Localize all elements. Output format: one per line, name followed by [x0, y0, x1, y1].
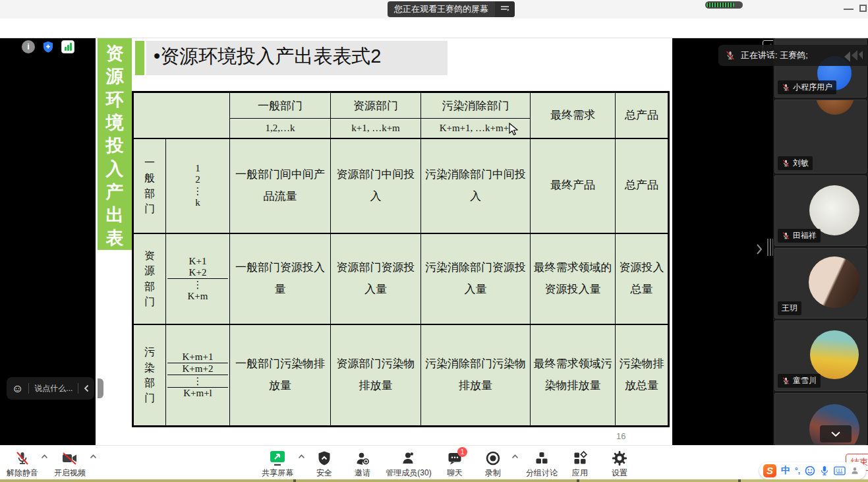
table-cell: 污染消除部门中间投入: [421, 138, 531, 233]
table-header: 一般部门: [230, 92, 331, 119]
share-screen-icon: [269, 450, 286, 466]
participant-name-chip: 刘敏: [778, 156, 813, 170]
record-button[interactable]: 录制: [478, 449, 507, 479]
table-cell: 一般部门间中间产品流量: [230, 138, 331, 233]
participant-tile[interactable]: 童雪川: [774, 320, 867, 391]
emoji-icon[interactable]: ☺: [12, 383, 23, 394]
table-subheader: k+1, …k+m: [331, 119, 421, 138]
maximize-button[interactable]: [859, 5, 867, 12]
row-index: K+m+l: [167, 388, 228, 399]
table-cell: 最终需求领域污染物排放量: [531, 324, 616, 427]
avatar: [809, 185, 859, 235]
mic-options-chevron[interactable]: [41, 454, 48, 459]
avatar: [816, 100, 854, 115]
ime-mode-indicator[interactable]: 中: [781, 465, 790, 477]
settings-button[interactable]: 设置: [605, 449, 634, 479]
avatar: [810, 330, 859, 379]
share-screen-button[interactable]: 共享屏幕: [259, 449, 296, 479]
table-cell: 一般部门资源投入量: [230, 233, 331, 324]
start-video-label: 开启视频: [53, 467, 87, 479]
settings-gear-icon: [612, 450, 627, 466]
participants-sidebar: 小程序用户 刘敏 田福祥 王玥 童: [773, 38, 868, 445]
tray-person-icon[interactable]: [850, 466, 859, 475]
table-cell: 最终需求领域的资源投入量: [531, 233, 616, 324]
meeting-info-icon[interactable]: i: [22, 40, 35, 53]
slide-vertical-banner: 资源环境投入产出表: [98, 38, 132, 250]
chevron-down-icon: [830, 431, 841, 437]
invite-button[interactable]: 邀请: [348, 449, 377, 479]
row-index: K+m: [167, 291, 228, 302]
avatar: [809, 256, 860, 308]
meeting-infobar: i 42:38 演讲者视图: [0, 18, 868, 38]
table-row: 资源部门 K+1 K+2 ⋮ K+m 一般部门资源投入量 资源部门资源投入量 污…: [133, 233, 669, 324]
table-cell: 资源投入总量: [616, 233, 669, 324]
table-corner-cell: [133, 92, 230, 138]
row-index: 2: [167, 174, 228, 185]
row-group-label: 一般部门: [144, 155, 156, 216]
meeting-window: 您正在观看王赛鸽的屏幕 i 42:38: [0, 0, 868, 482]
chat-input-placeholder[interactable]: 说点什么...: [34, 383, 72, 394]
unmute-button[interactable]: 解除静音: [5, 449, 40, 479]
slide-page-number: 16: [616, 431, 625, 441]
row-index: K+1: [167, 256, 228, 267]
banner-menu-button[interactable]: [495, 1, 515, 17]
video-options-chevron[interactable]: [90, 454, 97, 459]
chat-button[interactable]: 聊天 1: [440, 449, 469, 479]
security-button[interactable]: 安全: [310, 449, 339, 479]
participant-name: 小程序用户: [793, 82, 832, 93]
chat-bar-handle[interactable]: [98, 378, 103, 398]
statistics-icon[interactable]: [61, 40, 74, 53]
row-index: ⋮: [167, 279, 228, 291]
sidebar-expand-chevron[interactable]: [755, 243, 763, 256]
participant-tile[interactable]: 田福祥: [774, 175, 867, 246]
row-index: K+2: [167, 267, 228, 279]
participant-tile[interactable]: 刘敏: [774, 100, 867, 173]
scroll-participants-button[interactable]: [820, 425, 852, 442]
breakout-rooms-button[interactable]: 分组讨论: [523, 449, 560, 479]
meeting-toolbar: 解除静音 开启视频 共享屏幕: [0, 445, 868, 479]
breakout-rooms-icon: [534, 450, 550, 466]
watching-banner-text: 您正在观看王赛鸽的屏幕: [388, 3, 495, 15]
minimize-button[interactable]: [844, 9, 854, 10]
ime-emoji-icon[interactable]: [805, 466, 815, 476]
camera-muted-icon: [61, 450, 78, 466]
network-signal-indicator: [705, 1, 743, 9]
shared-slide: 资源环境投入产出表 •资源环境投入产出表表式2 16 一般部门 资源部门 污染消…: [96, 38, 672, 445]
invite-label: 邀请: [348, 467, 377, 479]
table-cell: 资源部门污染物排放量: [331, 324, 421, 427]
table-header: 总产品: [616, 92, 669, 138]
mic-muted-icon: [725, 50, 736, 61]
table-cell: 总产品: [616, 138, 669, 233]
sogou-logo-icon[interactable]: S: [763, 464, 776, 477]
invite-person-icon: [355, 450, 370, 466]
apps-button[interactable]: 应用: [565, 449, 594, 479]
ime-tray[interactable]: S 中 °,: [759, 462, 866, 479]
collapse-chat-icon[interactable]: [84, 384, 89, 392]
chat-label: 聊天: [440, 467, 469, 479]
quick-chat-bar[interactable]: ☺ 说点什么...: [7, 377, 94, 400]
participant-name: 刘敏: [793, 158, 809, 169]
start-video-button[interactable]: 开启视频: [53, 449, 87, 479]
ime-punctuation-indicator[interactable]: °,: [795, 466, 800, 475]
signal-bars-icon: [707, 3, 734, 7]
table-subheader: 1,2,…k: [230, 119, 331, 138]
slide-vertical-title: 资源环境投入产出表: [98, 38, 132, 250]
participant-tile[interactable]: [774, 393, 867, 445]
participant-name-chip: 田福祥: [778, 229, 821, 243]
window-titlebar: 您正在观看王赛鸽的屏幕: [0, 0, 868, 18]
table-row: 污染部门 K+m+1 K+m+2 ⋮ K+m+l 一般部门污染物排放量 资源部门…: [133, 324, 669, 427]
breakout-rooms-label: 分组讨论: [523, 467, 560, 479]
chat-unread-badge: 1: [457, 447, 467, 457]
unmute-label: 解除静音: [5, 467, 40, 479]
record-options-chevron[interactable]: [511, 454, 519, 459]
table-cell: 最终产品: [531, 138, 616, 233]
slide-title: •资源环境投入产出表表式2: [154, 44, 381, 70]
background-window-edge: [0, 479, 868, 482]
participant-tile[interactable]: 王玥: [774, 248, 867, 318]
manage-members-button[interactable]: 管理成员(30): [381, 449, 436, 479]
divider: [28, 383, 29, 394]
security-shield-icon[interactable]: [42, 40, 55, 53]
ime-mic-icon[interactable]: [820, 466, 829, 476]
ime-keyboard-icon[interactable]: [834, 466, 846, 475]
share-options-chevron[interactable]: [298, 454, 305, 459]
